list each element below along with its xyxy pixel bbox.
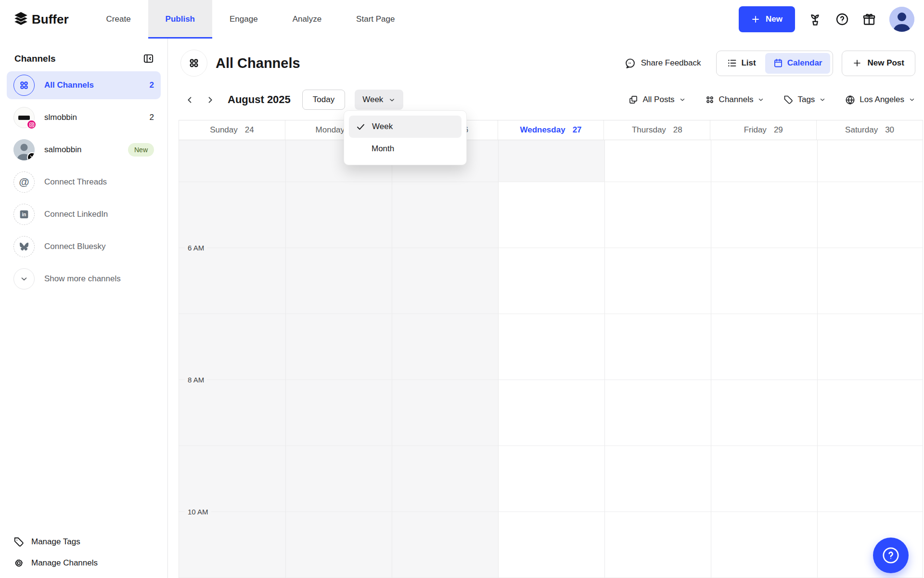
past-days-shading <box>179 140 498 578</box>
sidebar-item-connect-linkedin[interactable]: in Connect LinkedIn <box>7 200 161 228</box>
all-channels-page-icon <box>180 50 207 77</box>
tags-filter[interactable]: Tags <box>783 95 826 105</box>
filter-bar: All Posts Channels Tags <box>629 95 915 105</box>
tab-engage[interactable]: Engage <box>212 0 275 39</box>
channel-count: 2 <box>150 80 154 90</box>
day-header-sunday[interactable]: Sunday24 <box>179 120 285 140</box>
x-badge-icon <box>27 152 35 160</box>
view-dropdown-menu: Week Month <box>344 110 467 165</box>
tab-analyze[interactable]: Analyze <box>275 0 339 39</box>
new-post-button[interactable]: New Post <box>842 51 915 76</box>
tag-icon <box>783 95 793 105</box>
sidebar-item-slmobbin[interactable]: slmobbin 2 <box>7 104 161 131</box>
sidebar-item-salmobbin[interactable]: salmobbin New <box>7 136 161 164</box>
instagram-badge-icon <box>26 119 37 130</box>
posts-icon <box>629 95 638 105</box>
primary-nav-tabs: Create Publish Engage Analyze Start Page <box>89 0 412 39</box>
view-toggle: List Calendar <box>716 51 833 76</box>
day-header-thursday[interactable]: Thursday28 <box>604 120 710 140</box>
salmobbin-avatar <box>13 139 35 160</box>
tab-publish[interactable]: Publish <box>148 0 212 39</box>
threads-icon: @ <box>13 171 35 193</box>
sidebar-item-connect-threads[interactable]: @ Connect Threads <box>7 168 161 196</box>
timezone-filter[interactable]: Los Angeles <box>845 95 915 105</box>
sidebar-item-all-channels[interactable]: All Channels 2 <box>7 71 161 99</box>
help-fab-button[interactable] <box>873 538 909 573</box>
month-label: August 2025 <box>228 93 291 106</box>
calendar-day-header: Sunday24 Monday25 Tuesday26 Wednesday27 … <box>179 120 923 140</box>
menu-item-month[interactable]: Month <box>349 138 462 160</box>
sidebar-item-label: Connect Bluesky <box>44 242 106 251</box>
tab-create[interactable]: Create <box>89 0 148 39</box>
gear-icon <box>13 558 24 568</box>
next-week-button[interactable] <box>203 92 217 107</box>
collapse-sidebar-icon[interactable] <box>143 53 154 64</box>
share-feedback-button[interactable]: Share Feedback <box>625 58 701 69</box>
tab-start-page[interactable]: Start Page <box>339 0 412 39</box>
help-icon[interactable] <box>835 13 849 26</box>
all-channels-icon <box>13 75 35 96</box>
nav-right-cluster: New <box>739 0 924 39</box>
new-badge: New <box>128 143 154 157</box>
sidebar-title: Channels <box>14 53 56 64</box>
gift-icon[interactable] <box>862 13 876 26</box>
buffer-logo[interactable]: Buffer <box>0 0 89 39</box>
new-button[interactable]: New <box>739 6 795 32</box>
buffer-logo-icon <box>14 12 27 27</box>
channels-sidebar: Channels All Channels 2 slmobbin 2 <box>0 39 168 578</box>
sidebar-item-label: Show more channels <box>44 274 121 284</box>
linkedin-icon: in <box>13 204 35 225</box>
user-avatar[interactable] <box>889 7 914 32</box>
menu-item-week[interactable]: Week <box>349 116 462 138</box>
list-view-button[interactable]: List <box>719 53 764 74</box>
page-title: All Channels <box>216 55 300 71</box>
calendar-view-button[interactable]: Calendar <box>765 53 831 74</box>
top-nav: Buffer Create Publish Engage Analyze Sta… <box>0 0 924 39</box>
brand-name: Buffer <box>32 12 69 27</box>
day-header-wednesday[interactable]: Wednesday27 <box>498 120 604 140</box>
day-header-friday[interactable]: Friday29 <box>710 120 817 140</box>
growth-sprout-icon[interactable] <box>808 13 822 26</box>
sidebar-item-show-more[interactable]: Show more channels <box>7 265 161 293</box>
sidebar-item-connect-bluesky[interactable]: Connect Bluesky <box>7 233 161 261</box>
past-hours-shading <box>498 140 604 182</box>
svg-text:in: in <box>22 212 26 217</box>
question-icon <box>882 546 900 565</box>
check-icon <box>356 122 366 132</box>
channels-filter[interactable]: Channels <box>705 95 765 105</box>
day-header-saturday[interactable]: Saturday30 <box>817 120 923 140</box>
globe-icon <box>845 95 855 105</box>
time-label-6am: 6 AM <box>185 242 207 253</box>
sidebar-item-label: Connect LinkedIn <box>44 210 108 219</box>
bluesky-icon <box>13 236 35 257</box>
time-label-10am: 10 AM <box>185 506 211 517</box>
sidebar-item-label: slmobbin <box>44 113 77 122</box>
manage-channels-button[interactable]: Manage Channels <box>13 558 98 568</box>
calendar-grid[interactable]: 6 AM 8 AM 10 AM <box>179 140 923 578</box>
chevron-down-icon <box>13 268 35 289</box>
manage-tags-button[interactable]: Manage Tags <box>13 537 98 547</box>
chevron-down-icon <box>679 96 686 103</box>
channels-grid-icon <box>705 95 715 105</box>
plus-icon <box>751 15 760 24</box>
tag-icon <box>13 537 24 547</box>
list-icon <box>727 58 737 68</box>
posts-filter[interactable]: All Posts <box>629 95 685 105</box>
chevron-down-icon <box>909 96 915 103</box>
calendar-icon <box>773 58 783 68</box>
sidebar-item-label: All Channels <box>44 80 94 90</box>
view-dropdown-button[interactable]: Week <box>355 90 403 110</box>
today-button[interactable]: Today <box>302 90 345 110</box>
week-calendar: Sunday24 Monday25 Tuesday26 Wednesday27 … <box>179 120 923 578</box>
chevron-down-icon <box>819 96 826 103</box>
plus-icon <box>853 59 861 67</box>
channel-count: 2 <box>150 113 154 122</box>
chevron-down-icon <box>388 96 396 104</box>
prev-week-button[interactable] <box>182 92 197 107</box>
feedback-bubble-icon <box>625 58 636 69</box>
time-label-8am: 8 AM <box>185 374 207 385</box>
slmobbin-avatar <box>13 107 35 128</box>
chevron-down-icon <box>757 96 764 103</box>
sidebar-item-label: Connect Threads <box>44 177 107 187</box>
sidebar-footer: Manage Tags Manage Channels <box>13 537 98 568</box>
